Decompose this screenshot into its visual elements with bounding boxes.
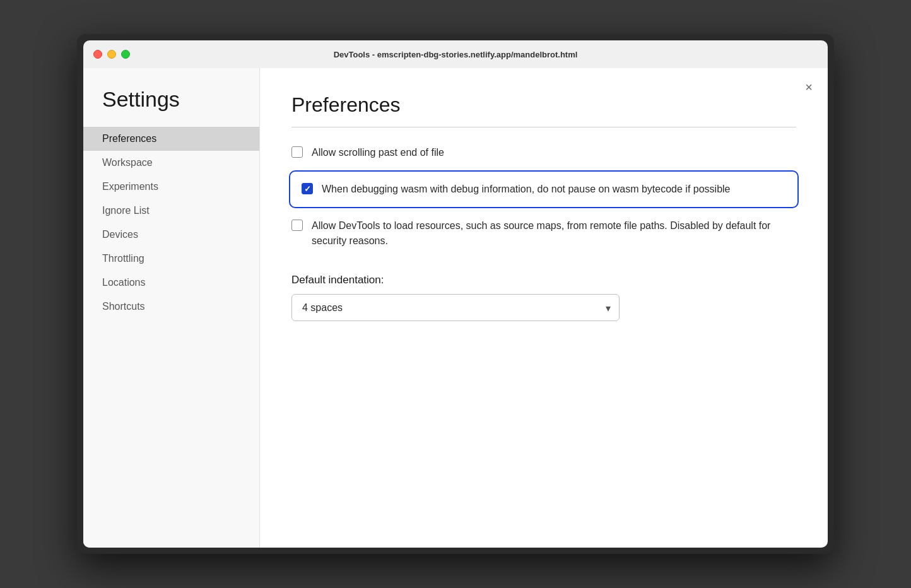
close-button[interactable]: ×: [805, 81, 813, 93]
settings-title: Settings: [83, 87, 259, 127]
window-title: DevTools - emscripten-dbg-stories.netlif…: [334, 50, 578, 59]
setting-remote-paths-label: Allow DevTools to load resources, such a…: [312, 218, 796, 249]
setting-wasm-debug-label: When debugging wasm with debug informati…: [322, 182, 731, 197]
sidebar-item-shortcuts[interactable]: Shortcuts: [83, 295, 259, 319]
maximize-traffic-light[interactable]: [121, 50, 130, 59]
setting-wasm-debug: When debugging wasm with debug informati…: [289, 170, 799, 208]
sidebar-item-experiments[interactable]: Experiments: [83, 175, 259, 199]
indentation-select[interactable]: 2 spaces 4 spaces 8 spaces Tab character: [291, 294, 620, 321]
indentation-section: Default indentation: 2 spaces 4 spaces 8…: [291, 268, 796, 321]
section-title: Preferences: [291, 93, 796, 117]
close-traffic-light[interactable]: [93, 50, 102, 59]
window-content: Settings Preferences Workspace Experimen…: [83, 68, 828, 548]
settings-list: Allow scrolling past end of file When de…: [291, 145, 796, 321]
checkbox-scroll-past-end[interactable]: [291, 146, 303, 158]
title-bar: DevTools - emscripten-dbg-stories.netlif…: [83, 40, 828, 68]
setting-remote-paths: Allow DevTools to load resources, such a…: [291, 218, 796, 249]
setting-scroll-past-end-label: Allow scrolling past end of file: [312, 145, 444, 160]
section-divider: [291, 127, 796, 127]
main-content: × Preferences Allow scrolling past end o…: [260, 68, 828, 548]
sidebar-item-preferences[interactable]: Preferences: [83, 127, 259, 151]
indentation-label: Default indentation:: [291, 274, 796, 286]
indentation-select-wrapper: 2 spaces 4 spaces 8 spaces Tab character…: [291, 294, 620, 321]
checkbox-remote-paths[interactable]: [291, 220, 303, 231]
minimize-traffic-light[interactable]: [107, 50, 116, 59]
traffic-lights: [93, 50, 130, 59]
setting-scroll-past-end: Allow scrolling past end of file: [291, 145, 796, 160]
sidebar-item-devices[interactable]: Devices: [83, 223, 259, 247]
checkbox-wasm-debug[interactable]: [302, 183, 313, 194]
sidebar-item-throttling[interactable]: Throttling: [83, 247, 259, 271]
window: DevTools - emscripten-dbg-stories.netlif…: [77, 34, 834, 554]
sidebar-item-locations[interactable]: Locations: [83, 271, 259, 295]
sidebar-item-ignore-list[interactable]: Ignore List: [83, 199, 259, 223]
sidebar-item-workspace[interactable]: Workspace: [83, 151, 259, 175]
sidebar: Settings Preferences Workspace Experimen…: [83, 68, 260, 548]
